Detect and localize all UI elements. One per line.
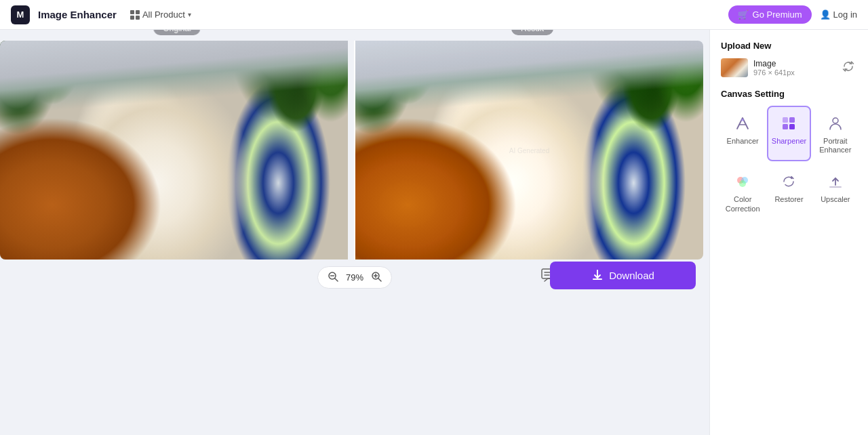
canvas-setting-section: Canvas Setting EnhancerSharpenerPortrait… bbox=[721, 89, 857, 220]
svg-point-16 bbox=[833, 118, 838, 123]
zoom-in-icon bbox=[371, 271, 382, 284]
images-row: Original Result AI Generated bbox=[0, 41, 709, 260]
refresh-icon bbox=[842, 63, 854, 75]
svg-rect-15 bbox=[789, 124, 795, 129]
user-icon: 👤 bbox=[820, 9, 831, 20]
enhancer-icon bbox=[732, 112, 753, 134]
all-product-label: All Product bbox=[142, 9, 185, 20]
zoom-out-icon bbox=[328, 271, 338, 284]
logo: M bbox=[11, 5, 30, 24]
sidebar: Upload New Image 976 × 641px bbox=[709, 30, 868, 435]
svg-point-11 bbox=[741, 119, 744, 121]
upload-new-section: Upload New Image 976 × 641px bbox=[721, 41, 857, 78]
color-correction-icon bbox=[732, 171, 753, 192]
thumb-info: Image 976 × 641px bbox=[753, 59, 795, 77]
download-icon bbox=[591, 268, 604, 283]
all-product-button[interactable]: All Product ▾ bbox=[125, 7, 197, 22]
svg-rect-14 bbox=[783, 124, 788, 129]
upload-new-title: Upload New bbox=[721, 41, 857, 51]
sharpener-icon bbox=[778, 112, 800, 134]
tool-label-portrait-enhancer: Portrait Enhancer bbox=[818, 137, 853, 154]
bottom-bar: 79% bbox=[0, 260, 709, 295]
result-panel: Result AI Generated bbox=[355, 41, 709, 260]
svg-line-1 bbox=[335, 278, 338, 281]
zoom-in-button[interactable] bbox=[371, 271, 382, 284]
tool-item-upscaler[interactable]: Upscaler bbox=[814, 164, 857, 220]
app-title: Image Enhancer bbox=[38, 9, 117, 20]
zoom-out-button[interactable] bbox=[328, 271, 338, 284]
tool-grid: EnhancerSharpenerPortrait EnhancerColor … bbox=[721, 106, 857, 220]
result-image-container: AI Generated bbox=[355, 41, 703, 260]
svg-point-19 bbox=[739, 180, 746, 187]
original-panel: Original bbox=[0, 41, 354, 260]
tool-label-color-correction: Color Correction bbox=[725, 195, 760, 213]
portrait-enhancer-icon bbox=[825, 112, 846, 134]
image-name: Image bbox=[753, 59, 795, 68]
tool-label-enhancer: Enhancer bbox=[727, 137, 759, 146]
go-premium-button[interactable]: 🛒 Go Premium bbox=[728, 5, 812, 24]
grid-icon bbox=[130, 10, 140, 20]
refresh-button[interactable] bbox=[840, 58, 857, 78]
restorer-icon bbox=[778, 171, 800, 192]
header-right: 🛒 Go Premium 👤 Log in bbox=[728, 5, 857, 24]
login-button[interactable]: 👤 Log in bbox=[820, 9, 857, 20]
original-image-container bbox=[0, 41, 348, 260]
tool-item-portrait-enhancer[interactable]: Portrait Enhancer bbox=[814, 106, 857, 161]
header: M Image Enhancer All Product ▾ 🛒 Go Prem… bbox=[0, 0, 868, 30]
download-label: Download bbox=[609, 270, 654, 281]
svg-line-4 bbox=[378, 278, 381, 281]
image-thumb: Image 976 × 641px bbox=[721, 58, 795, 77]
main-layout: Original Result AI Generated bbox=[0, 30, 868, 435]
image-thumb-row: Image 976 × 641px bbox=[721, 58, 857, 78]
login-label: Log in bbox=[833, 9, 857, 20]
panel-divider bbox=[354, 41, 355, 260]
svg-rect-12 bbox=[783, 117, 788, 123]
original-label: Original bbox=[153, 30, 200, 35]
zoom-controls: 79% bbox=[317, 266, 392, 289]
tool-label-restorer: Restorer bbox=[774, 195, 803, 204]
svg-rect-13 bbox=[789, 117, 795, 123]
image-size: 976 × 641px bbox=[753, 68, 795, 77]
upscaler-icon bbox=[825, 171, 846, 192]
header-left: M Image Enhancer All Product ▾ bbox=[11, 5, 197, 24]
tool-label-upscaler: Upscaler bbox=[821, 195, 850, 204]
tool-item-color-correction[interactable]: Color Correction bbox=[721, 164, 764, 220]
result-image bbox=[355, 41, 703, 260]
result-label: Result bbox=[511, 30, 553, 35]
download-button[interactable]: Download bbox=[550, 262, 696, 289]
chevron-down-icon: ▾ bbox=[188, 11, 191, 18]
canvas-area: Original Result AI Generated bbox=[0, 30, 709, 435]
cart-icon: 🛒 bbox=[738, 9, 749, 20]
tool-item-enhancer[interactable]: Enhancer bbox=[721, 106, 764, 161]
tool-item-sharpener[interactable]: Sharpener bbox=[767, 106, 810, 161]
tool-label-sharpener: Sharpener bbox=[772, 137, 806, 146]
premium-label: Go Premium bbox=[753, 9, 802, 20]
tool-item-restorer[interactable]: Restorer bbox=[767, 164, 810, 220]
thumbnail-image bbox=[721, 58, 748, 77]
zoom-level: 79% bbox=[344, 272, 366, 283]
original-image bbox=[0, 41, 348, 260]
svg-rect-20 bbox=[829, 186, 842, 188]
canvas-setting-title: Canvas Setting bbox=[721, 89, 857, 99]
